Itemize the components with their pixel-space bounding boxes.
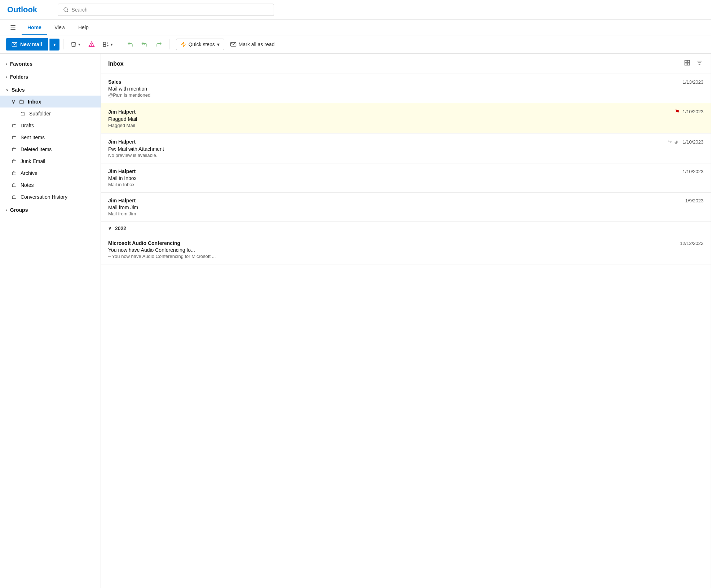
- move-icon: [103, 41, 109, 48]
- email-subject: Mail in Inbox: [108, 175, 703, 181]
- move-button[interactable]: ▾: [100, 39, 116, 50]
- email-date: 1/10/2023: [683, 139, 703, 145]
- email-item[interactable]: Sales 1/13/2023 Mail with mention @Pam i…: [101, 74, 711, 103]
- sidebar-item-conversation-history[interactable]: 🗀 Conversation History: [0, 191, 101, 203]
- email-subject: Flagged Mail: [108, 116, 703, 122]
- email-subject: You now have Audio Conferencing fo...: [108, 247, 703, 253]
- sidebar: › Favorites › Folders ∨ Sales ∨ 🗀 Inbox: [0, 54, 101, 588]
- sidebar-item-archive[interactable]: 🗀 Archive: [0, 167, 101, 179]
- folder-icon: 🗀: [12, 134, 17, 140]
- chevron-right-icon: ›: [6, 62, 7, 66]
- email-subject: Mail with mention: [108, 86, 703, 92]
- filter-button[interactable]: [695, 59, 703, 69]
- sidebar-item-drafts[interactable]: 🗀 Drafts: [0, 119, 101, 131]
- view-mode-icon: [684, 60, 690, 66]
- delete-button[interactable]: ▾: [67, 39, 84, 50]
- year-label: 2022: [115, 225, 126, 231]
- sidebar-item-deleted-items[interactable]: 🗀 Deleted Items: [0, 143, 101, 155]
- email-item[interactable]: Jim Halpert 1/10/2023 Mail in Inbox Mail…: [101, 163, 711, 193]
- reply-icon: [127, 41, 133, 48]
- sidebar-item-notes[interactable]: 🗀 Notes: [0, 179, 101, 191]
- email-item[interactable]: Jim Halpert 1/9/2023 Mail from Jim Mail …: [101, 193, 711, 222]
- email-preview: – You now have Audio Conferencing for Mi…: [108, 254, 703, 259]
- mark-read-icon: [230, 41, 237, 48]
- svg-point-0: [64, 8, 67, 11]
- year-divider[interactable]: ∨ 2022: [101, 222, 711, 235]
- forward-icon: [156, 41, 162, 48]
- quick-steps-arrow: ▾: [217, 41, 220, 47]
- chevron-down-icon: ▾: [53, 42, 56, 47]
- report-icon: [88, 41, 95, 48]
- folder-icon: 🗀: [12, 194, 17, 200]
- email-preview: Mail in Inbox: [108, 182, 703, 187]
- folder-icon: 🗀: [19, 98, 24, 105]
- email-item[interactable]: Jim Halpert ⚑ 1/10/2023 Flagged Mail Fla…: [101, 103, 711, 133]
- email-item[interactable]: Microsoft Audio Conferencing 12/12/2022 …: [101, 235, 711, 264]
- mark-all-read-button[interactable]: Mark all as read: [226, 39, 279, 50]
- sidebar-section-groups: › Groups: [0, 204, 101, 216]
- attachment-icon: 🖇: [674, 139, 680, 145]
- email-date: 1/13/2023: [683, 79, 703, 85]
- chevron-right-icon: ›: [6, 75, 7, 79]
- email-sender: Jim Halpert: [108, 198, 136, 203]
- sidebar-section-folders: › Folders: [0, 71, 101, 83]
- email-sender: Jim Halpert: [108, 139, 136, 145]
- email-row-header: Microsoft Audio Conferencing 12/12/2022: [108, 240, 703, 246]
- forward-button[interactable]: [153, 39, 165, 50]
- flag-icon: ⚑: [675, 108, 680, 115]
- email-date: 1/9/2023: [685, 198, 703, 203]
- chevron-down-icon: ∨: [12, 99, 15, 105]
- folder-icon: 🗀: [12, 146, 17, 152]
- sidebar-section-favorites: › Favorites: [0, 58, 101, 70]
- email-preview: No preview is available.: [108, 153, 703, 158]
- email-subject: Mail from Jim: [108, 205, 703, 210]
- email-date: 1/10/2023: [683, 169, 703, 174]
- sidebar-item-sales[interactable]: ∨ Sales: [0, 84, 101, 96]
- sidebar-item-subfolder[interactable]: 🗀 Subfolder: [0, 107, 101, 119]
- email-subject: Fw: Mail with Attachment: [108, 146, 703, 152]
- view-mode-button[interactable]: [683, 59, 691, 69]
- svg-rect-8: [685, 60, 687, 62]
- filter-icon: [696, 60, 703, 66]
- outlook-logo: Outlook: [7, 5, 50, 14]
- search-input[interactable]: [71, 7, 269, 13]
- new-mail-dropdown[interactable]: ▾: [49, 39, 59, 51]
- svg-rect-11: [688, 63, 690, 65]
- move-dropdown: ▾: [111, 42, 113, 47]
- email-row-header: Jim Halpert 1/9/2023: [108, 198, 703, 203]
- email-date-area: ⚑ 1/10/2023: [675, 108, 703, 115]
- forward-indicator-icon: ↪: [667, 139, 672, 145]
- inbox-title: Inbox: [108, 61, 124, 67]
- tab-view[interactable]: View: [49, 20, 71, 35]
- mail-icon: [12, 41, 17, 47]
- sidebar-item-inbox[interactable]: ∨ 🗀 Inbox: [0, 96, 101, 107]
- tab-home[interactable]: Home: [22, 20, 47, 35]
- hamburger-menu[interactable]: ☰: [6, 20, 20, 35]
- search-bar[interactable]: [58, 4, 274, 16]
- chevron-right-icon: ›: [6, 208, 7, 212]
- quick-steps-button[interactable]: Quick steps ▾: [176, 39, 224, 50]
- report-button[interactable]: [85, 39, 98, 50]
- email-sender: Sales: [108, 79, 122, 85]
- sidebar-item-sent-items[interactable]: 🗀 Sent Items: [0, 131, 101, 143]
- sidebar-item-junk-email[interactable]: 🗀 Junk Email: [0, 155, 101, 167]
- email-item[interactable]: Jim Halpert ↪ 🖇 1/10/2023 Fw: Mail with …: [101, 133, 711, 163]
- sidebar-item-folders[interactable]: › Folders: [0, 71, 101, 83]
- email-sender: Jim Halpert: [108, 168, 136, 174]
- svg-rect-5: [103, 42, 106, 44]
- reply-button[interactable]: [124, 39, 137, 50]
- folder-icon: 🗀: [12, 158, 17, 164]
- sidebar-item-favorites[interactable]: › Favorites: [0, 58, 101, 70]
- tab-help[interactable]: Help: [72, 20, 94, 35]
- email-preview: Flagged Mail: [108, 123, 703, 128]
- toolbar-separator-1: [63, 39, 63, 49]
- inbox-header-actions: [683, 59, 703, 69]
- sidebar-item-groups[interactable]: › Groups: [0, 204, 101, 216]
- collapse-icon: ∨: [108, 226, 111, 231]
- reply-all-button[interactable]: [138, 39, 151, 50]
- email-list-pane: Inbox Sales 1/13/2023 Mail with mention …: [101, 54, 711, 588]
- new-mail-button[interactable]: New mail: [6, 38, 48, 51]
- email-preview: Mail from Jim: [108, 211, 703, 216]
- email-row-header: Jim Halpert 1/10/2023: [108, 168, 703, 174]
- email-preview: @Pam is mentioned: [108, 92, 703, 98]
